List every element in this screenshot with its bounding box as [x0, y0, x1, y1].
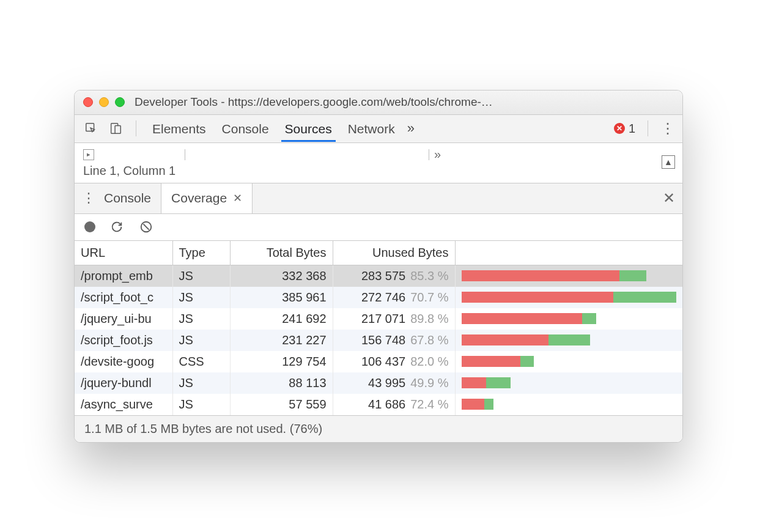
more-tabs-icon[interactable]: »	[407, 120, 415, 136]
table-header-row: URL Type Total Bytes Unused Bytes	[75, 241, 682, 265]
cell-total-bytes: 88 113	[230, 372, 333, 394]
tab-network[interactable]: Network	[344, 116, 399, 142]
drawer-tab-console[interactable]: Console	[94, 183, 161, 213]
cell-unused-bytes: 43 99549.9 %	[333, 372, 455, 394]
cell-unused-bytes: 156 74867.8 %	[333, 330, 455, 351]
cell-url: /script_foot_c	[75, 287, 172, 308]
cell-url: /async_surve	[75, 394, 172, 415]
device-toolbar-icon[interactable]	[108, 120, 124, 136]
inspect-element-icon[interactable]	[83, 120, 99, 136]
separator	[136, 120, 136, 136]
drawer-tab-coverage[interactable]: Coverage ✕	[161, 183, 253, 213]
cell-type: JS	[172, 394, 230, 415]
titlebar: Developer Tools - https://developers.goo…	[75, 91, 682, 115]
record-icon[interactable]	[84, 221, 95, 232]
close-window-button[interactable]	[83, 97, 93, 107]
cell-total-bytes: 332 368	[230, 265, 333, 287]
drawer-toggle-icon[interactable]: ▲	[662, 155, 675, 169]
cursor-position: Line 1, Column 1	[83, 164, 674, 178]
coverage-toolbar	[75, 214, 682, 241]
cell-usage-bar	[455, 372, 682, 394]
col-bar[interactable]	[455, 241, 682, 265]
cell-type: JS	[172, 287, 230, 308]
editor-area: ▸ » Line 1, Column 1 ▲	[75, 143, 682, 183]
cell-usage-bar	[455, 265, 682, 287]
cell-unused-bytes: 272 74670.7 %	[333, 287, 455, 308]
cell-usage-bar	[455, 287, 682, 308]
cell-url: /jquery-bundl	[75, 372, 172, 394]
cell-url: /prompt_emb	[75, 265, 172, 287]
devtools-window: Developer Tools - https://developers.goo…	[74, 90, 683, 443]
coverage-table: URL Type Total Bytes Unused Bytes /promp…	[75, 241, 682, 415]
cell-unused-bytes: 106 43782.0 %	[333, 351, 455, 372]
cell-unused-bytes: 283 57585.3 %	[333, 265, 455, 287]
drawer-tab-coverage-label: Coverage	[171, 191, 227, 205]
cell-type: JS	[172, 330, 230, 351]
cell-usage-bar	[455, 351, 682, 372]
navigator-toggle-icon[interactable]: ▸	[83, 149, 94, 160]
cell-total-bytes: 241 692	[230, 308, 333, 330]
cell-total-bytes: 231 227	[230, 330, 333, 351]
more-files-icon[interactable]: »	[434, 149, 441, 160]
zoom-window-button[interactable]	[115, 97, 125, 107]
table-row[interactable]: /prompt_embJS332 368283 57585.3 %	[75, 265, 682, 287]
tab-sources[interactable]: Sources	[281, 116, 336, 142]
cell-type: JS	[172, 265, 230, 287]
cell-unused-bytes: 217 07189.8 %	[333, 308, 455, 330]
col-total[interactable]: Total Bytes	[230, 241, 333, 265]
cell-usage-bar	[455, 330, 682, 351]
cell-url: /devsite-goog	[75, 351, 172, 372]
error-count[interactable]: ✕ 1	[614, 122, 635, 136]
table-row[interactable]: /devsite-googCSS129 754106 43782.0 %	[75, 351, 682, 372]
col-type[interactable]: Type	[172, 241, 230, 265]
col-unused[interactable]: Unused Bytes	[333, 241, 455, 265]
cell-total-bytes: 129 754	[230, 351, 333, 372]
drawer-tabbar: ⋮ Console Coverage ✕ ✕	[75, 183, 682, 214]
cell-type: CSS	[172, 351, 230, 372]
cell-usage-bar	[455, 308, 682, 330]
svg-rect-2	[115, 125, 120, 133]
table-row[interactable]: /jquery-bundlJS88 11343 99549.9 %	[75, 372, 682, 394]
cell-total-bytes: 57 559	[230, 394, 333, 415]
table-row[interactable]: /jquery_ui-buJS241 692217 07189.8 %	[75, 308, 682, 330]
table-row[interactable]: /script_foot.jsJS231 227156 74867.8 %	[75, 330, 682, 351]
main-toolbar: Elements Console Sources Network » ✕ 1 ⋮	[75, 115, 682, 143]
cell-total-bytes: 385 961	[230, 287, 333, 308]
cell-unused-bytes: 41 68672.4 %	[333, 394, 455, 415]
table-row[interactable]: /script_foot_cJS385 961272 74670.7 %	[75, 287, 682, 308]
window-title: Developer Tools - https://developers.goo…	[135, 95, 674, 109]
file-selector[interactable]	[185, 149, 429, 160]
cell-url: /script_foot.js	[75, 330, 172, 351]
reload-icon[interactable]	[109, 219, 125, 235]
error-icon: ✕	[614, 123, 625, 134]
close-tab-icon[interactable]: ✕	[233, 191, 242, 205]
window-controls	[83, 97, 125, 107]
close-drawer-icon[interactable]: ✕	[663, 190, 675, 207]
cell-url: /jquery_ui-bu	[75, 308, 172, 330]
cell-type: JS	[172, 372, 230, 394]
col-url[interactable]: URL	[75, 241, 172, 265]
error-count-value: 1	[629, 122, 635, 136]
drawer-menu-icon[interactable]: ⋮	[82, 190, 94, 206]
tab-console[interactable]: Console	[218, 116, 273, 142]
minimize-window-button[interactable]	[99, 97, 109, 107]
tab-elements[interactable]: Elements	[149, 116, 210, 142]
coverage-summary: 1.1 MB of 1.5 MB bytes are not used. (76…	[75, 415, 682, 442]
cell-type: JS	[172, 308, 230, 330]
clear-icon[interactable]	[138, 219, 154, 235]
kebab-menu-icon[interactable]: ⋮	[660, 120, 674, 137]
table-row[interactable]: /async_surveJS57 55941 68672.4 %	[75, 394, 682, 415]
separator	[648, 120, 648, 136]
cell-usage-bar	[455, 394, 682, 415]
